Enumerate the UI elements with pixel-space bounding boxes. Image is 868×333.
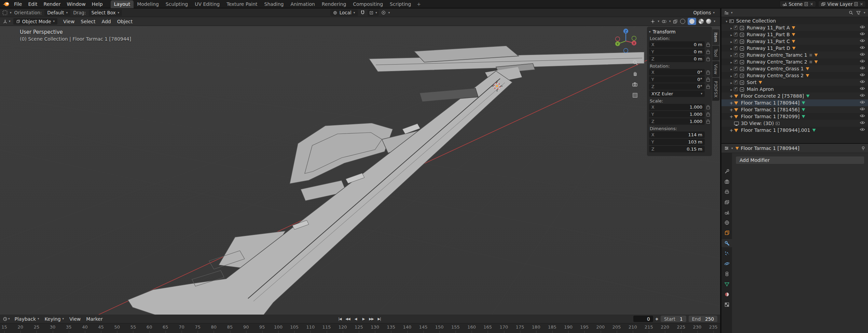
options-dropdown[interactable]: Options xyxy=(690,10,717,16)
ruler-frame-label[interactable]: 175 xyxy=(512,323,528,330)
visibility-eye-icon[interactable] xyxy=(860,39,865,42)
ruler-frame-label[interactable]: 215 xyxy=(641,323,657,330)
timeline-ruler[interactable]: 1520253035404550556065707580859095100105… xyxy=(0,323,720,333)
ruler-frame-label[interactable]: 235 xyxy=(705,323,720,330)
properties-editor-icon[interactable] xyxy=(724,146,729,151)
outliner-item-label[interactable]: Runway Centre_Grass 1 xyxy=(747,66,804,71)
outliner-item-label[interactable]: Runway 11_Part D xyxy=(747,45,790,51)
ruler-frame-label[interactable]: 180 xyxy=(528,323,544,330)
disclosure-icon[interactable] xyxy=(729,53,734,57)
shading-material-icon[interactable] xyxy=(699,19,704,24)
frame-end-field[interactable]: End 250 xyxy=(689,316,717,322)
timeline-menu-item[interactable]: Marker xyxy=(83,316,105,322)
ruler-frame-label[interactable]: 30 xyxy=(45,323,61,330)
ruler-frame-label[interactable]: 85 xyxy=(222,323,238,330)
lock-icon[interactable] xyxy=(706,43,710,47)
pin-icon[interactable] xyxy=(861,146,865,151)
viewport-canvas[interactable] xyxy=(0,26,720,315)
lock-icon[interactable] xyxy=(706,78,710,82)
ruler-frame-label[interactable]: 80 xyxy=(206,323,222,330)
timeline-editor-icon[interactable] xyxy=(3,317,8,321)
disclosure-icon[interactable] xyxy=(729,100,734,105)
ruler-frame-label[interactable]: 230 xyxy=(689,323,705,330)
ruler-frame-label[interactable]: 160 xyxy=(464,323,480,330)
disclosure-icon[interactable] xyxy=(729,107,734,112)
ruler-frame-label[interactable]: 35 xyxy=(61,323,77,330)
visibility-eye-icon[interactable] xyxy=(860,114,865,117)
properties-tab-tool[interactable] xyxy=(721,167,732,176)
visibility-eye-icon[interactable] xyxy=(860,32,865,36)
workspace-tab[interactable]: Sculpting xyxy=(162,0,191,8)
rotation-mode-dropdown[interactable]: XYZ Euler xyxy=(649,91,705,97)
timeline-menu-item[interactable]: View xyxy=(67,316,83,322)
transport-play[interactable]: ▶ xyxy=(360,316,367,322)
add-modifier-button[interactable]: Add Modifier xyxy=(735,156,865,164)
disclosure-icon[interactable] xyxy=(729,73,734,78)
ruler-frame-label[interactable]: 210 xyxy=(625,323,641,330)
visibility-eye-icon[interactable] xyxy=(860,121,865,124)
search-icon[interactable] xyxy=(849,10,853,15)
workspace-tab[interactable]: UV Editing xyxy=(191,0,223,8)
breadcrumb-object-name[interactable]: Floor Tarmac 1 [780944] xyxy=(741,145,800,151)
outliner-item-label[interactable]: Runway Centre_Taramc 1 xyxy=(747,52,807,58)
properties-tab-output[interactable] xyxy=(721,188,732,196)
ruler-frame-label[interactable]: 195 xyxy=(576,323,592,330)
workspace-tab[interactable]: Layout xyxy=(111,0,134,8)
outliner-row[interactable]: Floor Tarmac 1 [782099] xyxy=(721,113,868,120)
ruler-frame-label[interactable]: 170 xyxy=(496,323,512,330)
chevron-down-icon[interactable] xyxy=(9,20,11,23)
new-view-layer-icon[interactable] xyxy=(854,2,858,6)
filter-icon[interactable] xyxy=(856,11,861,15)
toggle-ortho-icon[interactable] xyxy=(631,92,639,99)
outliner-checkbox[interactable] xyxy=(734,53,738,57)
transform-orientation-dropdown[interactable]: Local xyxy=(330,10,358,16)
outliner-item-label[interactable]: Floor Concrete 2 [757888] xyxy=(741,93,804,99)
outliner-item-label[interactable]: Scene Collection xyxy=(736,18,776,24)
outliner-item-label[interactable]: Sort xyxy=(747,80,757,85)
number-field[interactable]: X 0 m xyxy=(649,41,705,48)
visibility-eye-icon[interactable] xyxy=(860,53,865,56)
active-tool-icon[interactable] xyxy=(3,11,7,15)
transform-panel-header[interactable]: Transform xyxy=(649,28,710,35)
outliner-item-label[interactable]: Floor Tarmac 1 [780944].001 xyxy=(741,127,810,133)
menu-item[interactable]: File xyxy=(11,1,25,8)
ruler-frame-label[interactable]: 95 xyxy=(254,323,270,330)
outliner-row[interactable]: Runway 11_Part C xyxy=(721,38,868,45)
properties-tab-render[interactable] xyxy=(721,178,732,186)
disclosure-icon[interactable] xyxy=(729,87,734,92)
ruler-frame-label[interactable]: 65 xyxy=(157,323,174,330)
ruler-frame-label[interactable]: 120 xyxy=(335,323,351,330)
scene-selector[interactable]: Scene × xyxy=(780,1,816,7)
lock-icon[interactable] xyxy=(706,120,710,124)
lock-icon[interactable] xyxy=(706,105,710,109)
sidebar-tab[interactable]: Tool xyxy=(712,46,719,60)
outliner-item-label[interactable]: Floor Tarmac 1 [781456] xyxy=(741,107,800,112)
disclosure-icon[interactable] xyxy=(729,114,734,119)
workspace-tab[interactable]: Scripting xyxy=(386,0,414,8)
visibility-eye-icon[interactable] xyxy=(860,80,865,83)
transport-jump-to-start[interactable]: |◀ xyxy=(336,316,343,322)
disclosure-icon[interactable] xyxy=(729,32,734,37)
outliner-checkbox[interactable] xyxy=(734,32,738,37)
ruler-frame-label[interactable]: 130 xyxy=(367,323,383,330)
keying-diamond-icon[interactable]: ◆ xyxy=(656,317,658,321)
ruler-frame-label[interactable]: 20 xyxy=(12,323,28,330)
outliner-checkbox[interactable] xyxy=(734,39,738,43)
ruler-frame-label[interactable]: 155 xyxy=(447,323,464,330)
properties-tab-particles[interactable] xyxy=(721,249,732,258)
navigation-gizmo[interactable]: Z X Y xyxy=(611,27,640,55)
panel-collapse-icon[interactable] xyxy=(649,30,651,33)
outliner-item-label[interactable]: Runway Centre_Grass 2 xyxy=(747,73,804,78)
snap-magnet-icon[interactable] xyxy=(360,10,365,15)
menu-item[interactable]: Select xyxy=(78,18,98,25)
menu-item[interactable]: Add xyxy=(99,18,114,25)
menu-item[interactable]: View xyxy=(60,18,78,25)
outliner-checkbox[interactable] xyxy=(734,87,738,91)
ruler-frame-label[interactable]: 225 xyxy=(673,323,689,330)
properties-tab-scene[interactable] xyxy=(721,208,732,217)
properties-tab-material[interactable] xyxy=(721,290,732,299)
view-layer-selector[interactable]: View Layer × xyxy=(818,1,866,7)
gizmo-x-label[interactable]: X xyxy=(633,41,635,45)
visibility-eye-icon[interactable] xyxy=(860,100,865,104)
chevron-down-icon[interactable] xyxy=(731,147,733,150)
